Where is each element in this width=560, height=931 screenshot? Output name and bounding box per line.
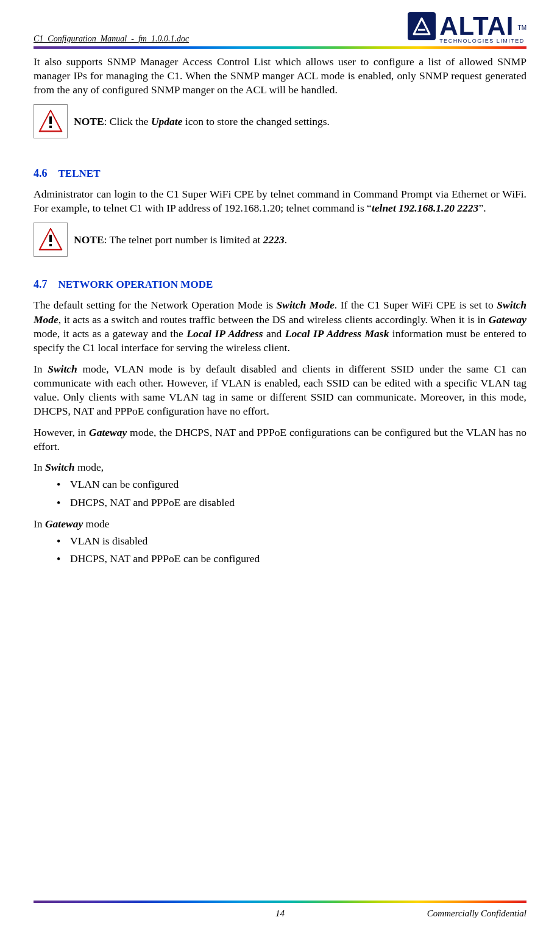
section-heading-4-7: 4.7NETWORK OPERATION MODE: [34, 274, 526, 292]
note-block-2: NOTE: The telnet port number is limited …: [34, 223, 526, 257]
section-heading-4-6: 4.6TELNET: [34, 163, 526, 181]
note-label: NOTE: [74, 234, 104, 246]
note-block-1: NOTE: Click the Update icon to store the…: [34, 104, 526, 138]
sec47-p2: In Switch mode, VLAN mode is by default …: [34, 362, 526, 418]
header-divider: [34, 46, 526, 49]
logo-tagline: TECHNOLOGIES LIMITED: [439, 38, 525, 44]
note-label: NOTE: [74, 115, 104, 127]
note-2-text: NOTE: The telnet port number is limited …: [74, 234, 287, 246]
list-item: DHCPS, NAT and PPPoE are disabled: [34, 496, 526, 510]
page-number: 14: [34, 908, 526, 919]
warning-icon: [34, 104, 68, 138]
brand-logo: ALTAITM TECHNOLOGIES LIMITED: [408, 12, 526, 44]
logo-text: ALTAI: [439, 13, 514, 39]
list-item: VLAN can be configured: [34, 477, 526, 492]
section-4-6: 4.6TELNET Administrator can login to the…: [34, 163, 526, 257]
list-item: VLAN is disabled: [34, 534, 526, 549]
footer-divider: [34, 901, 526, 903]
intro-paragraph: It also supports SNMP Manager Access Con…: [34, 55, 526, 97]
doc-filename: C1_Configuration_Manual_-_fm_1.0.0.1.doc: [34, 34, 189, 44]
sec47-p3: However, in Gateway mode, the DHCPS, NAT…: [34, 426, 526, 454]
list-item: DHCPS, NAT and PPPoE can be configured: [34, 552, 526, 566]
logo-trademark: TM: [518, 24, 526, 31]
page-header: C1_Configuration_Manual_-_fm_1.0.0.1.doc…: [34, 12, 526, 44]
switch-mode-line: In Switch mode,: [34, 461, 526, 474]
gateway-mode-line: In Gateway mode: [34, 518, 526, 530]
logo-icon: [408, 12, 436, 40]
sec47-p1: The default setting for the Network Oper…: [34, 298, 526, 354]
gateway-bullets: VLAN is disabled DHCPS, NAT and PPPoE ca…: [34, 534, 526, 566]
section-4-7: 4.7NETWORK OPERATION MODE The default se…: [34, 274, 526, 566]
switch-bullets: VLAN can be configured DHCPS, NAT and PP…: [34, 477, 526, 510]
note-1-text: NOTE: Click the Update icon to store the…: [74, 115, 330, 128]
svg-rect-3: [49, 244, 52, 246]
sec46-p1: Administrator can login to the C1 Super …: [34, 187, 526, 215]
warning-icon: [34, 223, 68, 257]
svg-rect-1: [49, 126, 52, 128]
svg-rect-0: [49, 116, 52, 124]
page-footer: 14 Commercially Confidential: [34, 908, 526, 919]
svg-rect-2: [49, 235, 52, 242]
